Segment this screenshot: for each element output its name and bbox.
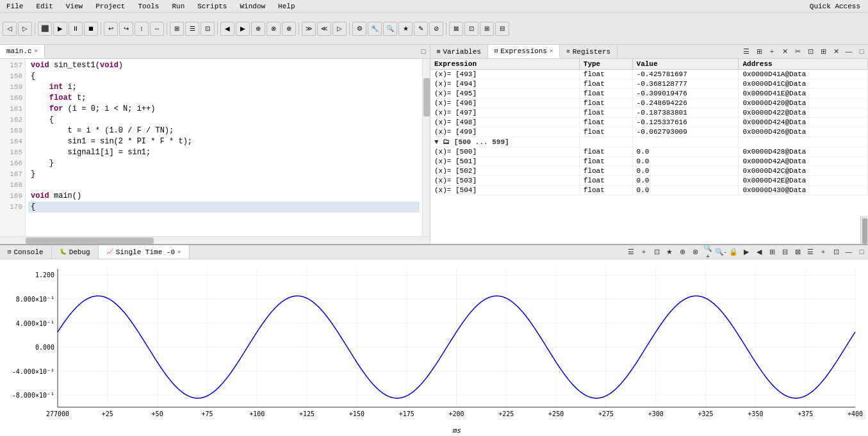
toolbar-btn-5[interactable]: ⏸ (69, 22, 83, 36)
toolbar-btn-26[interactable]: ✎ (414, 22, 428, 36)
editor-maximize-btn[interactable]: □ (417, 45, 430, 58)
tab-variables[interactable]: ⊞ Variables (430, 45, 488, 58)
tab-expressions[interactable]: ⊟ Expressions ✕ (488, 45, 560, 58)
bottom-toolbar-btn-15[interactable]: ☰ (804, 245, 817, 258)
toolbar-btn-6[interactable]: ⏹ (84, 22, 98, 36)
toolbar-btn-19[interactable]: ≫ (302, 22, 316, 36)
expr-row-3[interactable]: (x)= [496]float-0.2486942260x0000D420@Da… (430, 99, 868, 108)
expr-row-5[interactable]: (x)= [498]float-0.1253376160x0000D424@Da… (430, 118, 868, 127)
menu-tools[interactable]: Tools (134, 1, 163, 12)
toolbar-btn-4[interactable]: ▶ (53, 22, 67, 36)
menu-run[interactable]: Run (168, 1, 188, 12)
expr-row-10[interactable]: (x)= [502]float0.00x0000D42C@Data (430, 166, 868, 176)
panel-paste-btn[interactable]: ⊞ (817, 45, 830, 58)
bottom-toolbar-btn-14[interactable]: ⊠ (791, 245, 804, 258)
toolbar-btn-8[interactable]: ↪ (119, 22, 133, 36)
tab-single-time-close[interactable]: ✕ (177, 248, 181, 255)
toolbar-btn-29[interactable]: ⊡ (464, 22, 479, 36)
col-value[interactable]: Value (632, 59, 739, 70)
expr-row-1[interactable]: (x)= [494]float-0.3681287770x0000D41C@Da… (430, 79, 868, 89)
toolbar-btn-25[interactable]: ★ (398, 22, 413, 36)
toolbar-btn-22[interactable]: ⚙ (352, 22, 366, 36)
panel-view-btn[interactable]: ☰ (740, 45, 753, 58)
toolbar-btn-21[interactable]: ▷ (332, 22, 347, 36)
menu-view[interactable]: View (62, 1, 86, 12)
scrollbar-thumb-v[interactable] (423, 78, 430, 117)
tab-single-time[interactable]: 📈 Single Time -0 ✕ (99, 245, 190, 259)
code-area[interactable]: void sin_test1(void){ int i; float t; fo… (26, 59, 422, 236)
panel-cut-btn[interactable]: ✂ (791, 45, 804, 58)
col-type[interactable]: Type (579, 59, 632, 70)
bottom-min-btn[interactable]: — (842, 245, 855, 258)
bottom-toolbar-btn-6[interactable]: ⊗ (689, 245, 701, 258)
menu-edit[interactable]: Edit (32, 1, 56, 12)
toolbar-btn-14[interactable]: ◀ (220, 22, 234, 36)
editor-scrollbar-v[interactable] (422, 59, 430, 236)
toolbar-btn-24[interactable]: 🔍 (383, 22, 397, 36)
menu-file[interactable]: File (3, 1, 27, 12)
editor-scrollbar-h[interactable] (0, 236, 430, 244)
expr-row-2[interactable]: (x)= [495]float-0.3090194760x0000D41E@Da… (430, 89, 868, 99)
bottom-toolbar-btn-8[interactable]: 🔍- (714, 245, 727, 258)
toolbar-btn-27[interactable]: ⊘ (429, 22, 443, 36)
toolbar-btn-31[interactable]: ⊟ (495, 22, 509, 36)
toolbar-btn-28[interactable]: ⊠ (449, 22, 463, 36)
panel-max-btn[interactable]: □ (855, 45, 868, 58)
tab-console[interactable]: ⊡ Console (0, 245, 52, 259)
panel-copy-btn[interactable]: ⊡ (804, 45, 817, 58)
tab-debug[interactable]: 🐛 Debug (52, 245, 99, 259)
bottom-toolbar-btn-4[interactable]: ★ (663, 245, 676, 258)
col-address[interactable]: Address (739, 59, 868, 70)
toolbar-btn-17[interactable]: ⊗ (266, 22, 281, 36)
toolbar-btn-1[interactable]: ◁ (3, 22, 17, 36)
bottom-toolbar-btn-7[interactable]: 🔍+ (701, 245, 714, 258)
editor-tab-close[interactable]: ✕ (35, 47, 38, 54)
panel-min-btn[interactable]: — (842, 45, 855, 58)
bottom-toolbar-btn-10[interactable]: ▶ (740, 245, 753, 258)
toolbar-btn-10[interactable]: ↔ (150, 22, 164, 36)
bottom-toolbar-btn-11[interactable]: ◀ (753, 245, 766, 258)
bottom-toolbar-btn-5[interactable]: ⊕ (676, 245, 689, 258)
right-scrollbar-thumb[interactable] (862, 218, 867, 244)
bottom-toolbar-btn-2[interactable]: + (637, 245, 650, 258)
expr-row-9[interactable]: (x)= [501]float0.00x0000D42A@Data (430, 157, 868, 166)
expressions-table-container[interactable]: Expression Type Value Address (x)= [493]… (430, 59, 868, 216)
panel-close-btn[interactable]: ✕ (830, 45, 842, 58)
bottom-toolbar-btn-1[interactable]: ☰ (625, 245, 637, 258)
bottom-toolbar-btn-3[interactable]: ⊡ (650, 245, 663, 258)
bottom-toolbar-btn-13[interactable]: ⊟ (778, 245, 791, 258)
toolbar-btn-15[interactable]: ▶ (236, 22, 250, 36)
toolbar-btn-18[interactable]: ⊕ (282, 22, 296, 36)
expr-row-7[interactable]: ▼ 🗂 [500 ... 599] (430, 137, 868, 147)
expr-row-8[interactable]: (x)= [500]float0.00x0000D428@Data (430, 147, 868, 157)
bottom-toolbar-btn-16[interactable]: + (817, 245, 830, 258)
menu-window[interactable]: Window (236, 1, 269, 12)
expr-row-4[interactable]: (x)= [497]float-0.1873838010x0000D422@Da… (430, 108, 868, 118)
expr-row-12[interactable]: (x)= [504]float0.00x0000D430@Data (430, 186, 868, 195)
toolbar-btn-11[interactable]: ⊞ (170, 22, 184, 36)
expr-row-11[interactable]: (x)= [503]float0.00x0000D42E@Data (430, 176, 868, 186)
menu-help[interactable]: Help (274, 1, 299, 12)
toolbar-btn-30[interactable]: ⊞ (480, 22, 494, 36)
toolbar-btn-7[interactable]: ↩ (104, 22, 118, 36)
bottom-toolbar-btn-17[interactable]: ⊡ (830, 245, 842, 258)
toolbar-btn-9[interactable]: ↕ (135, 22, 149, 36)
toolbar-btn-16[interactable]: ⊕ (251, 22, 265, 36)
toolbar-btn-13[interactable]: ⊡ (201, 22, 215, 36)
right-scrollbar[interactable] (860, 216, 868, 244)
tab-expressions-close[interactable]: ✕ (550, 47, 553, 54)
panel-add-btn[interactable]: + (766, 45, 778, 58)
toolbar-btn-23[interactable]: 🔧 (368, 22, 382, 36)
expr-row-0[interactable]: (x)= [493]float-0.4257816970x0000D41A@Da… (430, 70, 868, 79)
panel-remove-btn[interactable]: ✕ (778, 45, 791, 58)
bottom-toolbar-btn-12[interactable]: ⊞ (766, 245, 778, 258)
col-expression[interactable]: Expression (430, 59, 579, 70)
editor-tab-mainc[interactable]: main.c ✕ (0, 45, 45, 58)
scrollbar-thumb-h[interactable] (26, 238, 154, 244)
menu-scripts[interactable]: Scripts (193, 1, 231, 12)
bottom-max-btn[interactable]: □ (855, 245, 868, 258)
toolbar-btn-2[interactable]: ▷ (18, 22, 32, 36)
toolbar-btn-12[interactable]: ☰ (185, 22, 199, 36)
toolbar-btn-3[interactable]: ⬛ (38, 22, 52, 36)
bottom-toolbar-btn-9[interactable]: 🔒 (727, 245, 740, 258)
